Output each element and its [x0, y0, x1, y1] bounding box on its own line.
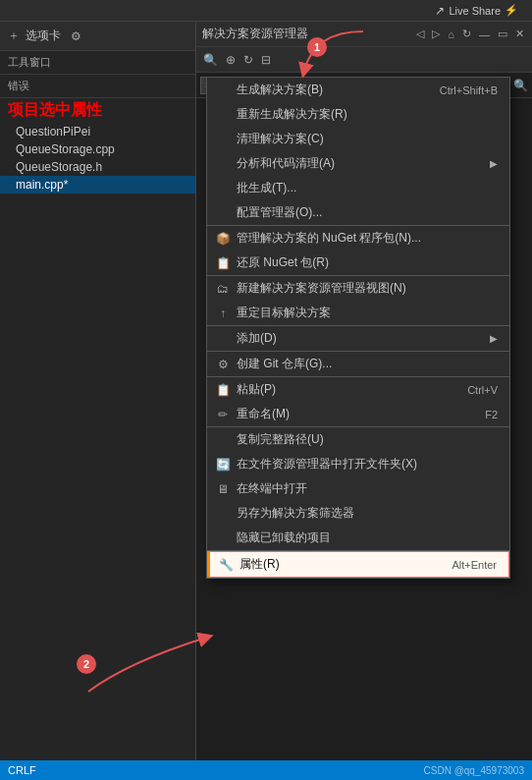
- back-icon[interactable]: ◁: [414, 26, 426, 42]
- menu-add-arrow: ▶: [490, 333, 498, 344]
- menu-item-generate[interactable]: 生成解决方案(B) Ctrl+Shift+B: [207, 78, 509, 102]
- menu-new-view-label: 新建解决方案资源管理器视图(N): [237, 280, 406, 297]
- menu-retarget-icon: ↑: [215, 306, 231, 320]
- menu-config-label: 配置管理器(O)...: [237, 204, 322, 221]
- minimize-icon[interactable]: —: [477, 27, 492, 42]
- menu-item-analyze[interactable]: 分析和代码清理(A) ▶: [207, 151, 509, 176]
- sidebar-tools-section: 工具窗口: [0, 51, 195, 75]
- live-share-icon: ↗: [435, 4, 445, 18]
- sidebar-item-queuestorage-h[interactable]: QueueStorage.h: [0, 158, 195, 176]
- menu-item-create-git[interactable]: ⚙ 创建 Git 仓库(G)...: [207, 352, 509, 377]
- sidebar-big-label: 项目选中属性: [0, 98, 195, 123]
- context-menu-overlay: 生成解决方案(B) Ctrl+Shift+B 重新生成解决方案(R) 清理解决方…: [196, 77, 532, 780]
- menu-add-label: 添加(D): [237, 330, 277, 347]
- menu-item-save-as-filter[interactable]: 另存为解决方案筛选器: [207, 501, 509, 526]
- menu-item-paste[interactable]: 📋 粘贴(P) Ctrl+V: [207, 377, 509, 402]
- menu-properties-icon: 🔧: [218, 558, 234, 572]
- menu-nuget-icon: 📦: [215, 232, 231, 246]
- menu-item-config[interactable]: 配置管理器(O)...: [207, 200, 509, 226]
- menu-analyze-label: 分析和代码清理(A): [237, 155, 335, 172]
- menu-generate-label: 生成解决方案(B): [237, 82, 323, 98]
- menu-retarget-label: 重定目标解决方案: [237, 305, 331, 321]
- toolbar-refresh-icon[interactable]: ↻: [240, 51, 256, 69]
- sidebar-error-section: 错误: [0, 75, 195, 98]
- menu-rename-label: 重命名(M): [237, 406, 290, 422]
- gear-icon[interactable]: ⚙: [71, 29, 81, 43]
- context-menu: 生成解决方案(B) Ctrl+Shift+B 重新生成解决方案(R) 清理解决方…: [206, 77, 510, 579]
- menu-item-restore-nuget[interactable]: 📋 还原 NuGet 包(R): [207, 251, 509, 276]
- menu-save-filter-label: 另存为解决方案筛选器: [237, 505, 354, 522]
- sidebar-item-questionpipei[interactable]: QuestionPiPei: [0, 123, 195, 140]
- menu-open-terminal-label: 在终端中打开: [237, 480, 307, 497]
- menu-item-copy-path[interactable]: 复制完整路径(U): [207, 427, 509, 452]
- menu-restore-nuget-label: 还原 NuGet 包(R): [237, 254, 329, 271]
- menu-item-nuget[interactable]: 📦 管理解决方案的 NuGet 程序包(N)...: [207, 226, 509, 251]
- sync-icon[interactable]: ↻: [460, 26, 473, 42]
- live-share-button[interactable]: ↗ Live Share ⚡: [429, 2, 524, 20]
- menu-new-view-icon: 🗂: [215, 282, 231, 296]
- menu-properties-shortcut: Alt+Enter: [452, 559, 497, 571]
- menu-regenerate-label: 重新生成解决方案(R): [237, 106, 347, 123]
- plus-icon[interactable]: ＋: [8, 28, 20, 44]
- menu-open-terminal-icon: 🖥: [215, 482, 231, 496]
- annotation-circle-2: 2: [77, 654, 96, 674]
- menu-item-batch[interactable]: 批生成(T)...: [207, 176, 509, 200]
- home-icon[interactable]: ⌂: [446, 27, 456, 42]
- live-share-extra-icon: ⚡: [505, 4, 518, 17]
- sidebar-items-list: QuestionPiPei QueueStorage.cpp QueueStor…: [0, 123, 195, 780]
- menu-item-regenerate[interactable]: 重新生成解决方案(R): [207, 102, 509, 127]
- sidebar-error-label: 错误: [8, 79, 29, 93]
- solution-explorer-title: 解决方案资源管理器: [202, 26, 308, 42]
- menu-item-open-terminal[interactable]: 🖥 在终端中打开: [207, 476, 509, 501]
- menu-analyze-arrow: ▶: [490, 158, 498, 169]
- menu-generate-shortcut: Ctrl+Shift+B: [440, 84, 498, 96]
- live-share-label: Live Share: [449, 5, 501, 17]
- solution-explorer-panel: 解决方案资源管理器 ◁ ▷ ⌂ ↻ — ▭ ✕ 🔍 ⊕ ↻ ⊟ 🔍: [196, 22, 532, 780]
- menu-item-retarget[interactable]: ↑ 重定目标解决方案: [207, 301, 509, 326]
- menu-paste-label: 粘贴(P): [237, 381, 276, 398]
- menu-create-git-label: 创建 Git 仓库(G)...: [237, 356, 332, 372]
- toolbar-collapse-icon[interactable]: ⊟: [258, 51, 274, 69]
- menu-open-explorer-label: 在文件资源管理器中打开文件夹(X): [237, 456, 417, 473]
- sidebar-item-main-cpp[interactable]: main.cpp*: [0, 176, 195, 194]
- menu-item-rename[interactable]: ✏ 重命名(M) F2: [207, 402, 509, 427]
- solution-explorer-header: 解决方案资源管理器 ◁ ▷ ⌂ ↻ — ▭ ✕: [196, 22, 532, 47]
- solution-header-icons: ◁ ▷ ⌂ ↻ — ▭ ✕: [414, 26, 526, 42]
- menu-clean-label: 清理解决方案(C): [237, 131, 324, 147]
- settings-icon[interactable]: ▭: [496, 26, 509, 42]
- solution-toolbar: 🔍 ⊕ ↻ ⊟: [196, 47, 532, 73]
- sidebar-tools-label: 工具窗口: [8, 55, 51, 70]
- menu-item-open-in-explorer[interactable]: 🔄 在文件资源管理器中打开文件夹(X): [207, 452, 509, 476]
- menu-item-hide-items[interactable]: 隐藏已卸载的项目: [207, 526, 509, 551]
- menu-restore-nuget-icon: 📋: [215, 256, 231, 270]
- menu-properties-label: 属性(R): [239, 556, 280, 573]
- menu-paste-shortcut: Ctrl+V: [467, 384, 498, 396]
- menu-open-explorer-icon: 🔄: [215, 458, 231, 472]
- sidebar-item-queuestorage-cpp[interactable]: QueueStorage.cpp: [0, 140, 195, 158]
- menu-create-git-icon: ⚙: [215, 358, 231, 371]
- encoding-label: CRLF: [8, 764, 36, 776]
- menu-item-properties[interactable]: 🔧 属性(R) Alt+Enter: [207, 551, 509, 578]
- sidebar-header-title: 选项卡: [26, 28, 61, 44]
- menu-hide-label: 隐藏已卸载的项目: [237, 529, 331, 546]
- menu-item-add[interactable]: 添加(D) ▶: [207, 326, 509, 352]
- menu-paste-icon: 📋: [215, 383, 231, 397]
- toolbar-filter-icon[interactable]: ⊕: [223, 51, 239, 69]
- annotation-circle-1: 1: [307, 37, 327, 57]
- menu-copy-path-label: 复制完整路径(U): [237, 431, 324, 448]
- menu-rename-icon: ✏: [215, 408, 231, 421]
- sidebar: ＋ 选项卡 ⚙ 工具窗口 错误 项目选中属性 QuestionPiPei Que…: [0, 22, 196, 780]
- menu-item-new-view[interactable]: 🗂 新建解决方案资源管理器视图(N): [207, 276, 509, 301]
- forward-icon[interactable]: ▷: [430, 26, 442, 42]
- menu-nuget-label: 管理解决方案的 NuGet 程序包(N)...: [237, 230, 421, 247]
- menu-batch-label: 批生成(T)...: [237, 180, 296, 196]
- close-icon[interactable]: ✕: [513, 26, 526, 42]
- top-bar: ↗ Live Share ⚡: [0, 0, 532, 22]
- sidebar-header: ＋ 选项卡 ⚙: [0, 22, 195, 51]
- menu-rename-shortcut: F2: [485, 409, 498, 420]
- menu-item-clean[interactable]: 清理解决方案(C): [207, 127, 509, 151]
- toolbar-search-icon[interactable]: 🔍: [200, 51, 221, 69]
